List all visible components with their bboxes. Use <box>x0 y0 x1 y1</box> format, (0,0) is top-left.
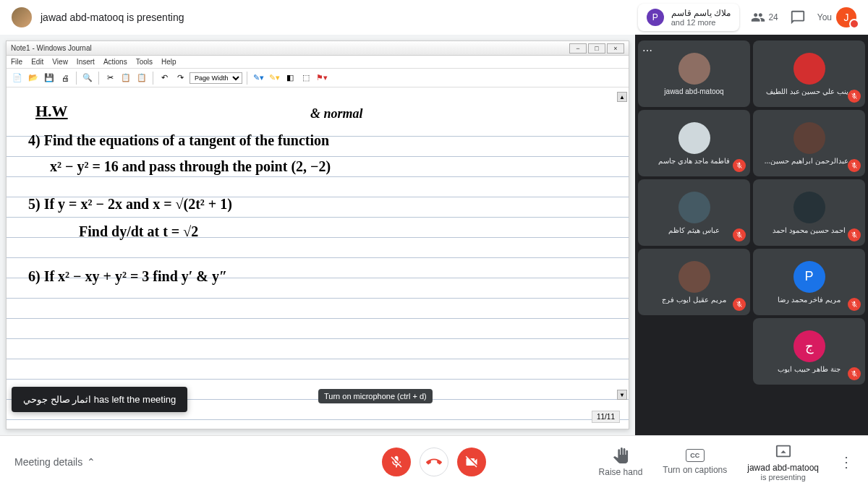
participant-avatar <box>793 122 825 154</box>
participant-name: زينب علي حسين عبد اللطيف <box>763 87 855 95</box>
participant-tile[interactable]: ججنة طاهر حبيب ايوب <box>753 318 865 385</box>
menu-edit[interactable]: Edit <box>31 58 43 66</box>
hw-title: H.W <box>35 102 68 121</box>
right-controls: Raise hand CC Turn on captions jawad abd… <box>599 442 854 481</box>
menu-help[interactable]: Help <box>161 58 176 66</box>
presenter-text: jawad abd-matooq is presenting <box>41 12 184 23</box>
participant-tile[interactable]: ...ء عبدالرحمن ابراهيم حسين <box>753 110 865 176</box>
new-icon[interactable]: 📄 <box>11 72 24 85</box>
captions-button[interactable]: CC Turn on captions <box>663 449 727 475</box>
mic-off-icon <box>389 455 404 469</box>
hw-line4: Find dy/dt at t = √2 <box>79 223 198 240</box>
participant-tile[interactable]: عباس هيثم كاظم <box>638 179 750 246</box>
page-counter: 11/11 <box>592 411 620 423</box>
highlighter-icon[interactable]: ✎▾ <box>268 72 281 85</box>
find-icon[interactable]: 🔍 <box>81 72 94 85</box>
selection-icon[interactable]: ⬚ <box>299 72 312 85</box>
presenting-name: jawad abd-matooq <box>747 463 819 473</box>
chip-avatar: P <box>647 9 664 26</box>
hw-normal: & normal <box>310 106 363 121</box>
minimize-button[interactable]: − <box>569 43 587 53</box>
maximize-button[interactable]: □ <box>588 43 605 53</box>
print-icon[interactable]: 🖨 <box>59 72 72 85</box>
participant-tile[interactable]: مريم عقيل ايوب فرج <box>638 249 750 315</box>
hand-icon <box>612 447 629 464</box>
camera-off-icon <box>464 455 479 469</box>
present-icon <box>775 442 792 460</box>
hw-line5: 6) If x² − xy + y² = 3 find y′ & y″ <box>28 268 227 285</box>
scroll-up-icon[interactable]: ▲ <box>617 92 627 102</box>
participant-avatar: ج <box>793 330 825 362</box>
paper-canvas[interactable]: H.W & normal 4) Find the equations of a … <box>7 87 629 429</box>
windows-journal-window: Note1 - Windows Journal − □ × File Edit … <box>6 40 629 429</box>
participant-name: مريم فاخر محمد رضا <box>775 296 843 304</box>
presentation-area: Note1 - Windows Journal − □ × File Edit … <box>0 35 635 435</box>
hangup-button[interactable] <box>420 448 448 476</box>
separator <box>153 72 153 85</box>
participant-tile[interactable]: jawad abd-matooq⋯ <box>638 40 750 107</box>
menu-view[interactable]: View <box>52 58 68 66</box>
save-icon[interactable]: 💾 <box>43 72 56 85</box>
you-badge: You J <box>817 7 856 27</box>
mic-muted-icon <box>733 159 746 172</box>
top-bar: jawad abd-matooq is presenting P ملاك يا… <box>0 0 868 35</box>
participant-tile[interactable]: احمد حسين محمود احمد <box>753 179 865 246</box>
paste-icon[interactable]: 📋 <box>135 72 148 85</box>
more-options-button[interactable]: ⋮ <box>839 453 854 471</box>
flag-icon[interactable]: ⚑▾ <box>315 72 328 85</box>
participant-count[interactable]: 24 <box>751 10 778 25</box>
mic-muted-icon <box>733 228 746 241</box>
cut-icon[interactable]: ✂ <box>103 72 116 85</box>
participant-name: جنة طاهر حبيب ايوب <box>775 365 843 373</box>
microphone-button[interactable] <box>382 448 411 476</box>
window-titlebar: Note1 - Windows Journal − □ × <box>7 41 629 56</box>
zoom-select[interactable]: Page Width <box>190 72 242 84</box>
participant-row: مريم عقيل ايوب فرجPمريم فاخر محمد رضا <box>638 249 865 315</box>
participant-tile[interactable]: فاطمة ماجد هادي جاسم <box>638 110 750 176</box>
raise-hand-button[interactable]: Raise hand <box>599 447 643 477</box>
you-avatar[interactable]: J <box>836 7 856 27</box>
close-button[interactable]: × <box>607 43 624 53</box>
participant-row: فاطمة ماجد هادي جاسم...ء عبدالرحمن ابراه… <box>638 110 865 176</box>
presenting-sub: is presenting <box>747 473 819 481</box>
open-icon[interactable]: 📂 <box>27 72 40 85</box>
camera-button[interactable] <box>457 448 486 476</box>
participant-row: jawad abd-matooq⋯زينب علي حسين عبد اللطي… <box>638 40 865 107</box>
participant-avatar <box>678 192 710 223</box>
redo-icon[interactable]: ↷ <box>174 72 187 85</box>
pen-icon[interactable]: ✎▾ <box>252 72 265 85</box>
participant-name: ...ء عبدالرحمن ابراهيم حسين <box>762 157 857 165</box>
left-meeting-toast: اثمار صالح جوحي has left the meeting <box>12 387 187 412</box>
count-value: 24 <box>768 12 778 22</box>
participant-tile[interactable]: Pمريم فاخر محمد رضا <box>753 249 865 315</box>
undo-icon[interactable]: ↶ <box>158 72 171 85</box>
participant-name: عباس هيثم كاظم <box>665 226 723 234</box>
participant-tile[interactable]: زينب علي حسين عبد اللطيف <box>753 40 865 107</box>
hw-line2: x² − y² = 16 and pass through the point … <box>50 158 331 175</box>
mic-muted-icon <box>848 90 861 103</box>
scrollbar[interactable]: ▲ ▼ <box>617 92 627 400</box>
participants-panel: jawad abd-matooq⋯زينب علي حسين عبد اللطي… <box>635 35 868 435</box>
chat-icon[interactable] <box>790 9 806 25</box>
tile-menu-icon[interactable]: ⋯ <box>642 45 652 56</box>
menu-file[interactable]: File <box>11 58 22 66</box>
participant-name: فاطمة ماجد هادي جاسم <box>655 157 732 165</box>
participant-avatar <box>793 53 825 85</box>
participants-chip[interactable]: P ملاك ياسم قاسم and 12 more <box>638 4 740 31</box>
presenter-avatar <box>12 7 32 27</box>
window-title: Note1 - Windows Journal <box>11 44 92 52</box>
menu-tools[interactable]: Tools <box>136 58 153 66</box>
presenting-button[interactable]: jawad abd-matooq is presenting <box>747 442 819 481</box>
menu-insert[interactable]: Insert <box>77 58 95 66</box>
participant-row: عباس هيثم كاظماحمد حسين محمود احمد <box>638 179 865 246</box>
copy-icon[interactable]: 📋 <box>119 72 132 85</box>
top-right: P ملاك ياسم قاسم and 12 more 24 You J <box>638 4 856 31</box>
scroll-down-icon[interactable]: ▼ <box>617 390 627 400</box>
menu-actions[interactable]: Actions <box>103 58 127 66</box>
eraser-icon[interactable]: ◧ <box>284 72 297 85</box>
presenter-info: jawad abd-matooq is presenting <box>12 7 184 27</box>
mic-muted-icon <box>848 228 861 241</box>
separator <box>98 72 99 85</box>
meeting-details-button[interactable]: Meeting details ⌃ <box>14 456 95 468</box>
participant-avatar <box>793 192 825 223</box>
